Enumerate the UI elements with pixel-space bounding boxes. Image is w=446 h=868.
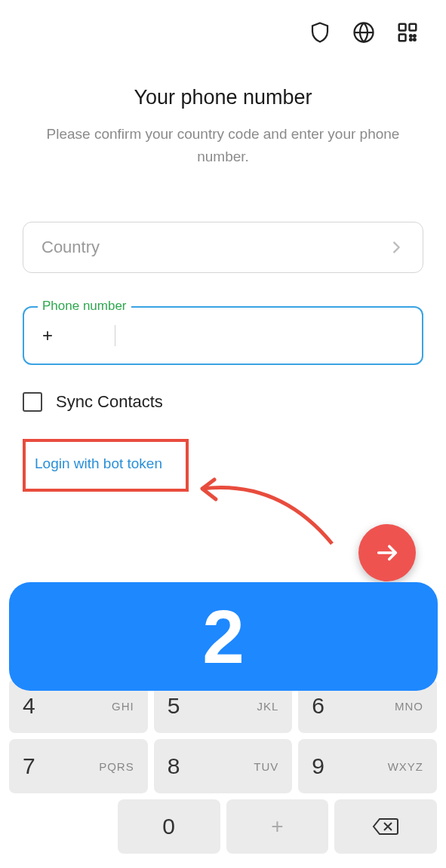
- phone-input[interactable]: [123, 326, 404, 345]
- shield-icon[interactable]: [309, 21, 331, 47]
- svg-rect-3: [399, 35, 406, 41]
- phone-divider: [115, 325, 115, 346]
- svg-rect-1: [399, 24, 406, 31]
- chevron-right-icon: [388, 239, 404, 256]
- bot-token-link[interactable]: Login with bot token: [35, 455, 162, 471]
- key-9[interactable]: 9 WXYZ: [298, 739, 437, 793]
- page-title: Your phone number: [23, 86, 423, 109]
- key-7[interactable]: 7 PQRS: [9, 739, 148, 793]
- overlay-banner: 2: [9, 582, 438, 691]
- bot-token-link-highlight: Login with bot token: [23, 439, 189, 492]
- numeric-keypad: 4 GHI 5 JKL 6 MNO 7 PQRS 8 TUV 9 WXYZ 0: [0, 676, 446, 868]
- page-subtitle: Please confirm your country code and ent…: [23, 123, 423, 169]
- banner-number: 2: [202, 593, 245, 680]
- key-empty: [9, 799, 112, 854]
- svg-point-5: [414, 35, 416, 37]
- phone-prefix: +: [42, 325, 53, 346]
- phone-input-container[interactable]: Phone number +: [23, 306, 423, 365]
- sync-checkbox[interactable]: [23, 392, 42, 412]
- svg-point-7: [414, 38, 416, 41]
- next-button[interactable]: [358, 524, 416, 581]
- key-plus[interactable]: +: [226, 799, 329, 854]
- svg-point-4: [410, 35, 412, 37]
- key-8[interactable]: 8 TUV: [154, 739, 293, 793]
- phone-field-label: Phone number: [38, 299, 131, 314]
- country-selector[interactable]: Country: [23, 222, 423, 273]
- backspace-icon: [372, 816, 399, 837]
- globe-icon[interactable]: [352, 21, 375, 47]
- key-backspace[interactable]: [334, 799, 437, 854]
- svg-point-6: [410, 38, 412, 41]
- qr-icon[interactable]: [396, 21, 419, 47]
- country-placeholder: Country: [42, 238, 100, 257]
- key-0[interactable]: 0: [118, 799, 220, 854]
- svg-rect-2: [410, 24, 417, 31]
- sync-label: Sync Contacts: [56, 392, 163, 412]
- arrow-right-icon: [374, 540, 400, 566]
